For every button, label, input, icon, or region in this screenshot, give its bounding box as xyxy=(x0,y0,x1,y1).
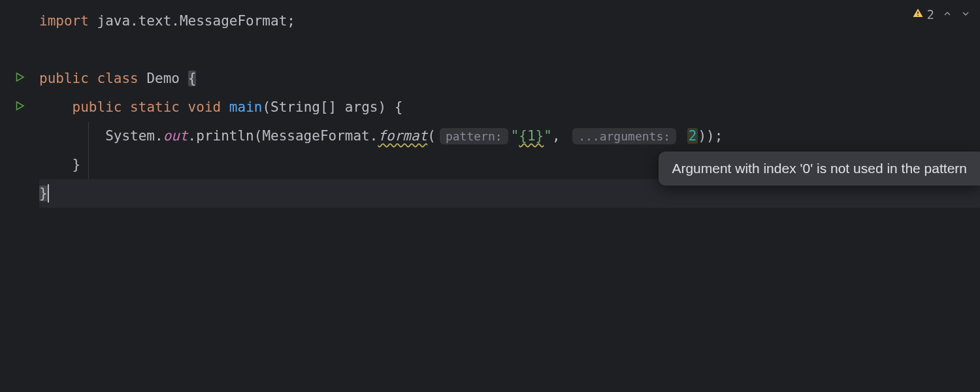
param-hint-arguments: ...arguments: xyxy=(572,128,676,144)
svg-rect-1 xyxy=(917,15,919,16)
code-line[interactable]: public static void main(String[] args) { xyxy=(39,93,980,122)
number-literal-warning: 2 xyxy=(687,128,698,144)
field-ref: out xyxy=(163,128,188,144)
keyword: public xyxy=(73,99,122,115)
warning-count-text: 2 xyxy=(927,7,934,22)
tooltip-text: Argument with index '0' is not used in t… xyxy=(672,161,967,176)
next-highlight-button[interactable] xyxy=(960,7,971,22)
code-text: MessageFormat. xyxy=(262,128,378,144)
warning-icon xyxy=(912,7,924,22)
brace: } xyxy=(73,157,81,172)
string-body-warning: {1} xyxy=(519,128,544,144)
inspection-widget: 2 xyxy=(912,7,971,22)
warning-count-badge[interactable]: 2 xyxy=(912,7,934,22)
method-name: main xyxy=(229,99,263,115)
keyword: import xyxy=(39,13,89,29)
code-line[interactable] xyxy=(39,35,980,64)
class-name: Demo xyxy=(146,71,180,86)
code-text: (String[] args) { xyxy=(262,99,402,115)
code-line[interactable]: import java.text.MessageFormat; xyxy=(39,7,980,35)
brace-highlight: } xyxy=(39,186,48,201)
code-area[interactable]: import java.text.MessageFormat; public c… xyxy=(39,0,980,392)
paren: ( xyxy=(427,128,436,144)
string-quote: " xyxy=(511,128,519,144)
string-quote: " xyxy=(544,128,552,144)
code-line[interactable]: public class Demo { xyxy=(39,64,980,93)
run-class-icon[interactable] xyxy=(14,71,25,86)
code-text: )); xyxy=(698,128,723,144)
brace-highlight: { xyxy=(188,71,197,86)
code-line[interactable]: System.out.println(MessageFormat.format(… xyxy=(39,122,980,150)
svg-rect-0 xyxy=(917,12,919,14)
indent-guide xyxy=(88,122,89,150)
keyword: static xyxy=(130,99,180,115)
caret xyxy=(48,184,49,203)
prev-highlight-button[interactable] xyxy=(942,7,953,22)
inspection-tooltip: Argument with index '0' is not used in t… xyxy=(659,152,980,186)
comma: , xyxy=(552,128,568,144)
indent-guide xyxy=(88,150,89,179)
keyword: class xyxy=(97,71,139,86)
code-text: System. xyxy=(105,128,163,144)
run-method-icon[interactable] xyxy=(14,99,25,115)
keyword: void xyxy=(188,99,221,115)
gutter xyxy=(0,0,39,392)
code-text: .println( xyxy=(188,128,263,144)
keyword: public xyxy=(39,71,89,86)
method-call-warning: format xyxy=(378,128,427,144)
param-hint-pattern: pattern: xyxy=(440,128,508,144)
editor-container: import java.text.MessageFormat; public c… xyxy=(0,0,980,392)
code-text: java.text.MessageFormat; xyxy=(89,13,295,29)
